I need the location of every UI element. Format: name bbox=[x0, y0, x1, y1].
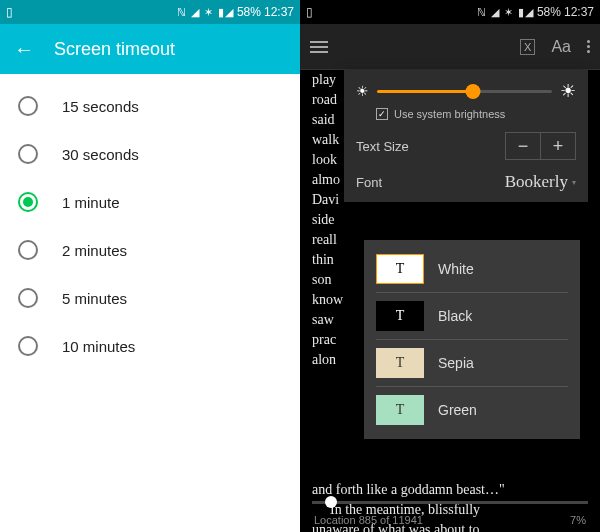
text-fragment: road bbox=[312, 92, 337, 108]
radio-icon bbox=[18, 144, 38, 164]
timeout-option[interactable]: 5 minutes bbox=[0, 274, 300, 322]
percent-text: 7% bbox=[570, 514, 586, 526]
status-bar-right: ▯ ℕ ◢ ✶ ▮◢ 58% 12:37 bbox=[300, 0, 600, 24]
status-time: 12:37 bbox=[264, 5, 294, 19]
radio-icon bbox=[18, 240, 38, 260]
theme-option-sepia[interactable]: TSepia bbox=[376, 344, 568, 382]
reader-toolbar: X Aa bbox=[300, 24, 600, 70]
text-fragment: said bbox=[312, 112, 335, 128]
timeout-option[interactable]: 10 minutes bbox=[0, 322, 300, 370]
radio-icon bbox=[18, 288, 38, 308]
progress-thumb[interactable] bbox=[325, 496, 337, 508]
text-fragment: know bbox=[312, 292, 343, 308]
text-size-increase-button[interactable]: + bbox=[540, 132, 576, 160]
theme-option-white[interactable]: TWhite bbox=[376, 250, 568, 288]
theme-option-black[interactable]: TBlack bbox=[376, 297, 568, 335]
text-fragment: walk bbox=[312, 132, 339, 148]
radio-icon bbox=[18, 192, 38, 212]
brightness-low-icon: ☀ bbox=[356, 83, 369, 99]
location-text: Location 885 of 11941 bbox=[314, 514, 423, 526]
theme-swatch: T bbox=[376, 254, 424, 284]
font-settings-icon[interactable]: Aa bbox=[551, 38, 571, 56]
option-label: 10 minutes bbox=[62, 338, 135, 355]
theme-label: White bbox=[438, 261, 474, 277]
text-fragment: Davi bbox=[312, 192, 339, 208]
text-fragment: play bbox=[312, 72, 336, 88]
reader-body: playroadsaidwalklookalmoDavisidereallthi… bbox=[300, 70, 600, 532]
timeout-option[interactable]: 30 seconds bbox=[0, 130, 300, 178]
theme-option-green[interactable]: TGreen bbox=[376, 391, 568, 429]
title-bar: ← Screen timeout bbox=[0, 24, 300, 74]
reader-footer: Location 885 of 11941 7% bbox=[300, 514, 600, 526]
timeout-option[interactable]: 15 seconds bbox=[0, 82, 300, 130]
status-left-icon: ▯ bbox=[6, 5, 13, 19]
font-label: Font bbox=[356, 175, 382, 190]
system-brightness-checkbox[interactable]: ✓ bbox=[376, 108, 388, 120]
text-fragment: look bbox=[312, 152, 337, 168]
radio-icon bbox=[18, 336, 38, 356]
theme-swatch: T bbox=[376, 348, 424, 378]
status-battery: 58% bbox=[537, 5, 561, 19]
screen-timeout-pane: ▯ ℕ ◢ ✶ ▮◢ 58% 12:37 ← Screen timeout 15… bbox=[0, 0, 300, 532]
text-fragment: alon bbox=[312, 352, 336, 368]
theme-label: Black bbox=[438, 308, 472, 324]
text-fragment: thin bbox=[312, 252, 334, 268]
status-battery: 58% bbox=[237, 5, 261, 19]
back-icon[interactable]: ← bbox=[14, 38, 34, 61]
theme-swatch: T bbox=[376, 395, 424, 425]
status-time: 12:37 bbox=[564, 5, 594, 19]
timeout-option[interactable]: 2 minutes bbox=[0, 226, 300, 274]
overflow-menu-icon[interactable] bbox=[587, 40, 590, 53]
xray-icon[interactable]: X bbox=[520, 39, 535, 55]
text-fragment: side bbox=[312, 212, 335, 228]
timeout-option[interactable]: 1 minute bbox=[0, 178, 300, 226]
status-icons: ℕ ◢ ✶ ▮◢ bbox=[477, 6, 534, 19]
text-fragment: almo bbox=[312, 172, 340, 188]
brightness-slider-thumb[interactable] bbox=[466, 84, 481, 99]
kindle-reader-pane: ▯ ℕ ◢ ✶ ▮◢ 58% 12:37 X Aa playroadsaidwa… bbox=[300, 0, 600, 532]
text-size-label: Text Size bbox=[356, 139, 409, 154]
brightness-high-icon: ☀ bbox=[560, 80, 576, 102]
brightness-slider[interactable] bbox=[377, 90, 552, 93]
text-fragment: prac bbox=[312, 332, 336, 348]
status-bar-left: ▯ ℕ ◢ ✶ ▮◢ 58% 12:37 bbox=[0, 0, 300, 24]
text-line: and forth like a goddamn beast…" bbox=[312, 480, 588, 500]
option-label: 30 seconds bbox=[62, 146, 139, 163]
status-icons: ℕ ◢ ✶ ▮◢ bbox=[177, 6, 234, 19]
option-label: 2 minutes bbox=[62, 242, 127, 259]
status-left-icon: ▯ bbox=[306, 5, 313, 19]
text-size-stepper: − + bbox=[506, 132, 576, 160]
option-label: 15 seconds bbox=[62, 98, 139, 115]
option-label: 1 minute bbox=[62, 194, 120, 211]
font-selector[interactable]: Bookerly▾ bbox=[505, 172, 576, 192]
theme-selector-panel: TWhiteTBlackTSepiaTGreen bbox=[364, 240, 580, 439]
display-settings-panel: ☀ ☀ ✓ Use system brightness Text Size − … bbox=[344, 70, 588, 202]
text-fragment: saw bbox=[312, 312, 334, 328]
system-brightness-label: Use system brightness bbox=[394, 108, 505, 120]
theme-label: Green bbox=[438, 402, 477, 418]
text-size-decrease-button[interactable]: − bbox=[505, 132, 541, 160]
text-fragment: reall bbox=[312, 232, 337, 248]
radio-icon bbox=[18, 96, 38, 116]
reading-progress-slider[interactable] bbox=[312, 501, 588, 504]
theme-swatch: T bbox=[376, 301, 424, 331]
text-fragment: son bbox=[312, 272, 331, 288]
option-label: 5 minutes bbox=[62, 290, 127, 307]
timeout-options-list: 15 seconds30 seconds1 minute2 minutes5 m… bbox=[0, 74, 300, 378]
hamburger-icon[interactable] bbox=[310, 41, 328, 53]
page-title: Screen timeout bbox=[54, 39, 175, 60]
theme-label: Sepia bbox=[438, 355, 474, 371]
